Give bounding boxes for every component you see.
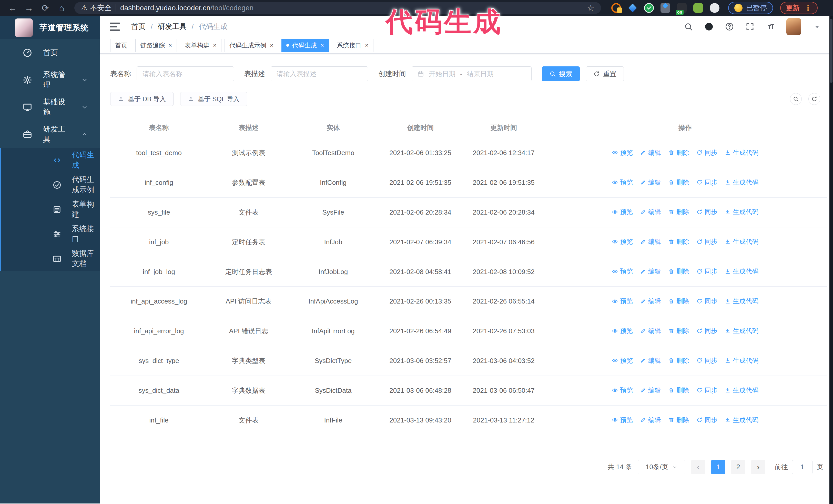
action-生成代码[interactable]: 生成代码 [724, 237, 758, 246]
action-删除[interactable]: 删除 [668, 237, 689, 246]
sidebar-item[interactable]: 首页 [0, 39, 100, 66]
extension-icon-puzzle[interactable] [710, 3, 719, 13]
sidebar-logo-row[interactable]: 芋道管理系统 [0, 16, 100, 39]
action-编辑[interactable]: 编辑 [640, 297, 661, 305]
bookmark-star-icon[interactable]: ☆ [587, 3, 594, 13]
help-icon[interactable] [725, 22, 734, 31]
close-tab-icon[interactable]: × [320, 42, 324, 48]
action-编辑[interactable]: 编辑 [640, 208, 661, 216]
search-icon[interactable] [684, 22, 693, 31]
tab-链路追踪[interactable]: 链路追踪× [135, 39, 177, 52]
scrollbar-thumb[interactable] [830, 19, 832, 83]
action-生成代码[interactable]: 生成代码 [724, 386, 758, 394]
action-预览[interactable]: 预览 [612, 356, 633, 365]
toggle-search-button[interactable] [790, 93, 802, 105]
close-tab-icon[interactable]: × [365, 42, 368, 48]
action-同步[interactable]: 同步 [696, 208, 717, 216]
refresh-table-button[interactable] [808, 93, 820, 105]
sidebar-subitem[interactable]: 数据库文档 [1, 246, 100, 271]
action-预览[interactable]: 预览 [612, 208, 633, 216]
action-生成代码[interactable]: 生成代码 [724, 327, 758, 335]
sidebar-toggle-icon[interactable] [110, 23, 120, 31]
action-预览[interactable]: 预览 [612, 327, 633, 335]
page-scrollbar[interactable] [829, 16, 833, 504]
tab-表单构建[interactable]: 表单构建× [180, 39, 221, 52]
action-生成代码[interactable]: 生成代码 [724, 267, 758, 275]
extension-icon-green-check[interactable] [644, 3, 654, 13]
action-预览[interactable]: 预览 [612, 416, 633, 424]
action-删除[interactable]: 删除 [668, 327, 689, 335]
import-sql-button[interactable]: 基于 SQL 导入 [180, 92, 247, 106]
action-同步[interactable]: 同步 [696, 327, 717, 335]
user-avatar[interactable] [786, 18, 801, 35]
action-预览[interactable]: 预览 [612, 148, 633, 157]
reload-icon[interactable]: ⟳ [38, 0, 53, 16]
extension-icon-orange[interactable] [611, 3, 621, 13]
action-删除[interactable]: 删除 [668, 148, 689, 157]
tab-首页[interactable]: 首页 [110, 39, 132, 52]
action-删除[interactable]: 删除 [668, 178, 689, 187]
github-icon[interactable] [704, 22, 714, 31]
back-icon[interactable]: ← [5, 0, 20, 16]
date-range-picker[interactable]: 开始日期 - 结束日期 [412, 66, 531, 81]
action-预览[interactable]: 预览 [612, 267, 633, 275]
action-编辑[interactable]: 编辑 [640, 327, 661, 335]
action-同步[interactable]: 同步 [696, 297, 717, 305]
action-删除[interactable]: 删除 [668, 416, 689, 424]
action-编辑[interactable]: 编辑 [640, 416, 661, 424]
fullscreen-icon[interactable] [745, 22, 755, 31]
action-同步[interactable]: 同步 [696, 386, 717, 394]
action-删除[interactable]: 删除 [668, 297, 689, 305]
sidebar-item[interactable]: 系统管理 [0, 66, 100, 94]
action-预览[interactable]: 预览 [612, 297, 633, 305]
browser-update-button[interactable]: 更新 ⋮ [780, 2, 818, 14]
action-编辑[interactable]: 编辑 [640, 267, 661, 275]
profile-paused-badge[interactable]: 已暂停 [728, 2, 773, 14]
action-同步[interactable]: 同步 [696, 267, 717, 275]
extension-icon-android[interactable] [693, 3, 703, 13]
tab-代码生成[interactable]: 代码生成× [281, 39, 329, 52]
tab-代码生成示例[interactable]: 代码生成示例× [224, 39, 278, 52]
prev-page-button[interactable]: ‹ [691, 460, 705, 474]
close-tab-icon[interactable]: × [270, 42, 273, 48]
page-number-button[interactable]: 2 [731, 460, 745, 474]
action-删除[interactable]: 删除 [668, 356, 689, 365]
action-删除[interactable]: 删除 [668, 386, 689, 394]
extension-icon-dark[interactable]: on [677, 3, 687, 13]
home-icon[interactable]: ⌂ [54, 0, 69, 16]
avatar-caret-down-icon[interactable] [812, 22, 822, 31]
extension-icon-gem[interactable] [628, 3, 638, 13]
action-生成代码[interactable]: 生成代码 [724, 297, 758, 305]
action-预览[interactable]: 预览 [612, 237, 633, 246]
close-tab-icon[interactable]: × [168, 42, 172, 48]
action-生成代码[interactable]: 生成代码 [724, 208, 758, 216]
action-同步[interactable]: 同步 [696, 148, 717, 157]
sidebar-item[interactable]: 基础设施 [0, 94, 100, 121]
action-生成代码[interactable]: 生成代码 [724, 178, 758, 187]
action-编辑[interactable]: 编辑 [640, 237, 661, 246]
tab-系统接口[interactable]: 系统接口× [332, 39, 374, 52]
sidebar-item[interactable]: 研发工具 [0, 121, 100, 148]
table-name-input[interactable] [137, 66, 234, 81]
security-warning[interactable]: ⚠ 不安全 [81, 3, 112, 13]
action-同步[interactable]: 同步 [696, 178, 717, 187]
address-bar[interactable]: ⚠ 不安全 dashboard.yudao.iocoder.cn/tool/co… [74, 2, 601, 14]
action-编辑[interactable]: 编辑 [640, 148, 661, 157]
action-删除[interactable]: 删除 [668, 208, 689, 216]
sidebar-subitem[interactable]: 代码生成 [1, 148, 100, 172]
next-page-button[interactable]: › [751, 460, 765, 474]
action-编辑[interactable]: 编辑 [640, 356, 661, 365]
action-编辑[interactable]: 编辑 [640, 178, 661, 187]
sidebar-subitem[interactable]: 系统接口 [1, 222, 100, 246]
forward-icon[interactable]: → [22, 0, 37, 16]
close-tab-icon[interactable]: × [213, 42, 217, 48]
action-删除[interactable]: 删除 [668, 267, 689, 275]
page-number-button[interactable]: 1 [711, 460, 725, 474]
action-生成代码[interactable]: 生成代码 [724, 416, 758, 424]
font-size-icon[interactable] [766, 22, 775, 31]
goto-page-input[interactable] [792, 460, 812, 474]
sidebar-subitem[interactable]: 表单构建 [1, 197, 100, 222]
import-db-button[interactable]: 基于 DB 导入 [110, 92, 173, 106]
sidebar-subitem[interactable]: 代码生成示例 [1, 172, 100, 197]
kebab-menu-icon[interactable]: ⋮ [804, 3, 812, 12]
